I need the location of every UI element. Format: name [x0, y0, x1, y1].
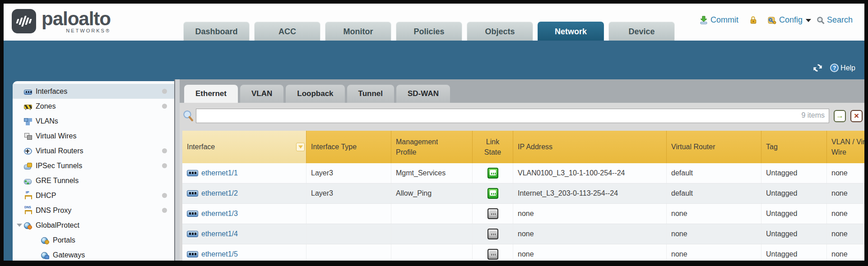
expander-icon[interactable] [16, 222, 23, 228]
table-row[interactable]: ethernet1/1Layer3Mgmt_ServicesVLAN0100_L… [182, 163, 864, 183]
vlans-icon [24, 118, 32, 125]
ipsec-tunnels-icon [24, 162, 32, 170]
sidebar-item-interfaces[interactable]: Interfaces [13, 84, 174, 99]
table-header-row: InterfaceInterface TypeManagement Profil… [182, 131, 864, 163]
sidebar-item-gateways[interactable]: Gateways [13, 248, 174, 261]
column-header-interface-type[interactable]: Interface Type [306, 131, 391, 163]
nav-tabs: DashboardACCMonitorPoliciesObjectsNetwor… [183, 22, 675, 41]
clear-filter-button[interactable]: × [850, 110, 863, 122]
interface-port-icon [187, 231, 198, 237]
config-menu-button[interactable]: Config [768, 15, 813, 25]
main-area: InterfacesZonesVLANsVirtual WiresVirtual… [4, 79, 864, 261]
sidebar-item-vlans[interactable]: VLANs [13, 114, 174, 128]
subtab-tunnel[interactable]: Tunnel [347, 85, 394, 103]
virtual-router-cell: default [667, 183, 761, 203]
vlan-wire-cell: none [827, 204, 864, 224]
help-button[interactable]: ? Help [830, 64, 855, 72]
lock-icon[interactable] [749, 16, 757, 24]
subtab-vlan[interactable]: VLAN [240, 85, 283, 103]
column-header-interface[interactable]: Interface [182, 131, 306, 163]
status-dot [162, 148, 167, 153]
sidebar-item-label: Zones [36, 102, 56, 110]
sidebar-item-ipsec-tunnels[interactable]: IPSec Tunnels [13, 158, 174, 173]
tab-device[interactable]: Device [608, 22, 675, 41]
management-profile-cell: Mgmt_Services [391, 163, 473, 183]
ip-address-cell: VLAN0100_L3_10-1-100-254--24 [513, 163, 667, 183]
interface-cell: ethernet1/3 [182, 204, 306, 224]
tab-policies[interactable]: Policies [396, 22, 462, 41]
column-header-label: VLAN / Virtual Wire [831, 137, 864, 157]
expander-spacer [33, 237, 40, 243]
virtual-router-cell: none [667, 244, 761, 261]
interface-port-icon [187, 170, 198, 176]
tab-acc[interactable]: ACC [254, 22, 320, 41]
sidebar-item-label: IPSec Tunnels [36, 162, 82, 170]
sidebar-item-label: Portals [53, 236, 75, 244]
link-state-cell [473, 163, 513, 183]
status-dot [162, 104, 167, 109]
interface-port-icon [187, 190, 198, 197]
sidebar-item-gre-tunnels[interactable]: GRE Tunnels [13, 173, 174, 188]
sidebar-item-zones[interactable]: Zones [13, 99, 174, 114]
link-state-cell [473, 183, 513, 203]
column-header-tag[interactable]: Tag [761, 131, 827, 163]
sort-dropdown-button[interactable] [296, 143, 305, 151]
table-row[interactable]: ethernet1/4nonenoneUntaggednone [182, 224, 864, 244]
column-header-link-state[interactable]: Link State [473, 131, 513, 163]
sidebar-item-dhcp[interactable]: DHCP [13, 188, 174, 203]
column-header-virtual-router[interactable]: Virtual Router [667, 131, 761, 163]
interface-cell: ethernet1/4 [182, 224, 306, 244]
filter-input[interactable] [196, 109, 829, 123]
table-row[interactable]: ethernet1/2Layer3Allow_PingInternet_L3_2… [182, 183, 864, 204]
vlan-wire-cell: none [827, 244, 864, 261]
interfaces-table: InterfaceInterface TypeManagement Profil… [182, 131, 864, 261]
apply-filter-button[interactable]: → [834, 110, 846, 122]
table-row[interactable]: ethernet1/5nonenoneUntaggednone [182, 244, 864, 261]
subtab-loopback[interactable]: Loopback [286, 85, 344, 103]
interface-link[interactable]: ethernet1/2 [201, 189, 238, 197]
interface-link[interactable]: ethernet1/1 [201, 169, 238, 177]
subtab-ethernet[interactable]: Ethernet [184, 85, 238, 103]
interface-link[interactable]: ethernet1/3 [201, 210, 238, 218]
commit-button[interactable]: Commit [699, 15, 738, 25]
tab-network[interactable]: Network [538, 22, 604, 41]
sidebar-item-virtual-wires[interactable]: Virtual Wires [13, 128, 174, 143]
tag-cell: Untagged [761, 224, 827, 244]
refresh-icon[interactable] [812, 63, 823, 73]
tag-cell: Untagged [761, 183, 827, 203]
screen: paloalto NETWORKS® DashboardACCMonitorPo… [0, 0, 868, 266]
help-icon: ? [830, 64, 839, 72]
management-profile-cell [391, 204, 473, 224]
portals-icon [41, 237, 49, 244]
subtab-sd-wan[interactable]: SD-WAN [396, 85, 450, 103]
tab-monitor[interactable]: Monitor [325, 22, 391, 41]
sidebar-resizer[interactable] [174, 79, 180, 261]
dns-proxy-icon [24, 207, 32, 214]
column-header-ip-address[interactable]: IP Address [513, 131, 667, 163]
expander-spacer [16, 133, 23, 139]
vlan-wire-cell: none [827, 163, 864, 183]
interface-link[interactable]: ethernet1/4 [201, 230, 238, 238]
search-button[interactable]: Search [817, 15, 853, 25]
column-header-management-profile[interactable]: Management Profile [391, 131, 473, 163]
sidebar-item-dns-proxy[interactable]: DNS Proxy [13, 203, 174, 218]
interface-type-cell: Layer3 [306, 163, 391, 183]
tab-objects[interactable]: Objects [467, 22, 533, 41]
virtual-wires-icon [24, 133, 32, 140]
content-area: EthernetVLANLoopbackTunnelSD-WAN 9 items… [180, 79, 864, 261]
table-body: ethernet1/1Layer3Mgmt_ServicesVLAN0100_L… [182, 163, 864, 261]
sidebar-item-label: Virtual Wires [36, 132, 76, 140]
link-up-icon [487, 168, 498, 179]
sidebar-item-globalprotect[interactable]: GlobalProtect [13, 218, 174, 233]
interface-link[interactable]: ethernet1/5 [201, 250, 238, 258]
sidebar-item-virtual-routers[interactable]: Virtual Routers [13, 143, 174, 158]
ip-address-cell: Internet_L3_203-0-113-254--24 [513, 183, 667, 203]
help-label: Help [840, 64, 855, 72]
column-header-vlan-virtual-wire[interactable]: VLAN / Virtual Wire [827, 131, 864, 163]
status-dot [162, 163, 167, 168]
tab-dashboard[interactable]: Dashboard [183, 22, 250, 41]
sidebar-item-portals[interactable]: Portals [13, 233, 174, 248]
interface-type-cell [306, 224, 391, 244]
sidebar-gutter: InterfacesZonesVLANsVirtual WiresVirtual… [4, 79, 174, 261]
table-row[interactable]: ethernet1/3nonenoneUntaggednone [182, 204, 864, 224]
